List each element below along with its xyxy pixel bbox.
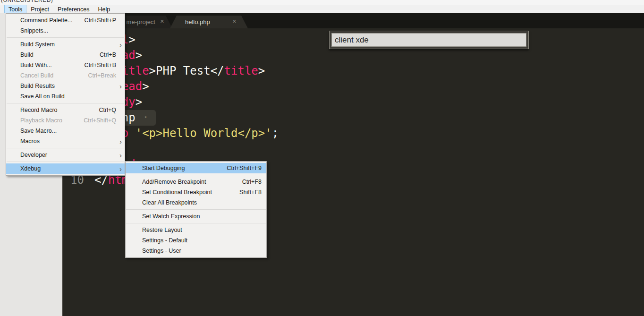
tab-bar: me-project hello.php <box>63 13 644 28</box>
menubar-item-help[interactable]: Help <box>94 5 115 13</box>
menu-item-restore-layout[interactable]: Restore Layout <box>126 225 266 235</box>
quick-panel <box>329 31 529 49</box>
code-token: > <box>149 63 156 79</box>
code-line: 4 </head> <box>63 79 644 94</box>
titlebar-clipped: (UNREGISTERED) <box>0 0 644 5</box>
window-title: (UNREGISTERED) <box>1 0 644 3</box>
code-token <box>128 126 135 141</box>
application-window: (UNREGISTERED) Tools Project Preferences… <box>0 0 644 316</box>
xdebug-submenu: Start DebuggingCtrl+Shift+F9 Add/Remove … <box>125 161 267 258</box>
code-token: '<p>Hello World</p>' <box>136 126 272 141</box>
code-token: > <box>128 32 135 48</box>
menu-separator <box>126 175 266 175</box>
menu-separator <box>7 37 124 38</box>
menu-item-save-all-on-build[interactable]: Save All on Build <box>6 91 125 102</box>
submenu-arrow-icon <box>116 83 122 90</box>
code-token <box>149 111 156 124</box>
code-token: > <box>258 63 265 79</box>
menu-item-add-remove-breakpoint[interactable]: Add/Remove BreakpointCtrl+F8 <box>126 177 266 187</box>
submenu-arrow-icon <box>116 152 122 159</box>
menu-item-command-palette[interactable]: Command Palette...Ctrl+Shift+P <box>6 15 125 26</box>
menu-item-macros[interactable]: Macros <box>6 136 125 146</box>
code-line: 2 <head> <box>63 48 644 63</box>
code-line: 5 <body> <box>63 94 644 110</box>
menu-item-save-macro[interactable]: Save Macro... <box>6 126 125 136</box>
menu-item-record-macro[interactable]: Record MacroCtrl+Q <box>6 105 125 115</box>
menu-item-build[interactable]: BuildCtrl+B <box>6 50 125 60</box>
submenu-arrow-icon <box>116 41 122 48</box>
tab-close-icon[interactable] <box>160 18 164 25</box>
menu-separator <box>7 148 124 148</box>
selection-highlight: hp · <box>122 110 156 126</box>
submenu-arrow-icon <box>116 165 122 172</box>
menu-item-clear-all-breakpoints[interactable]: Clear All Breakpoints <box>126 197 266 208</box>
menu-item-start-debugging[interactable]: Start DebuggingCtrl+Shift+F9 <box>126 163 266 173</box>
menu-item-settings-user[interactable]: Settings - User <box>126 246 266 256</box>
tools-menu: Command Palette...Ctrl+Shift+P Snippets.… <box>6 13 125 176</box>
menu-separator <box>7 103 124 103</box>
code-token: ; <box>272 126 279 141</box>
code-line: 6 <?php · <box>63 110 644 126</box>
code-token: > <box>142 79 149 94</box>
menu-item-set-conditional-breakpoint[interactable]: Set Conditional BreakpointShift+F8 <box>126 187 266 197</box>
menu-item-developer[interactable]: Developer <box>6 150 125 160</box>
tab-hello-php[interactable]: hello.php <box>170 16 248 28</box>
menubar-item-project[interactable]: Project <box>26 5 53 13</box>
quick-panel-input[interactable] <box>331 33 526 47</box>
submenu-arrow-icon <box>116 138 122 145</box>
menu-item-set-watch-expression[interactable]: Set Watch Expression <box>126 211 266 222</box>
menu-item-build-with[interactable]: Build With...Ctrl+Shift+B <box>6 60 125 70</box>
menubar: Tools Project Preferences Help <box>0 5 644 13</box>
menu-item-snippets[interactable]: Snippets... <box>6 26 125 36</box>
code-line: 3 <title>PHP Test</title> <box>63 63 644 79</box>
code-token: > <box>136 48 142 63</box>
code-line: 8 ?> <box>63 141 644 157</box>
menu-item-playback-macro[interactable]: Playback MacroCtrl+Shift+Q <box>6 115 125 126</box>
menu-item-xdebug[interactable]: Xdebug <box>6 163 125 174</box>
tab-close-icon[interactable] <box>232 18 237 25</box>
code-token: > <box>136 94 142 110</box>
menu-item-build-results[interactable]: Build Results <box>6 81 125 91</box>
menu-item-settings-default[interactable]: Settings - Default <box>126 235 266 246</box>
code-token: · <box>136 111 149 124</box>
menubar-item-tools[interactable]: Tools <box>4 5 26 13</box>
menu-item-cancel-build[interactable]: Cancel BuildCtrl+Break <box>6 70 125 81</box>
menubar-item-preferences[interactable]: Preferences <box>53 5 93 13</box>
menu-separator <box>126 209 266 210</box>
menu-separator <box>126 223 266 223</box>
code-token: title <box>224 63 258 79</box>
menu-separator <box>7 162 124 162</box>
code-token: </ <box>211 63 224 79</box>
menu-item-build-system[interactable]: Build System <box>6 39 125 50</box>
code-token: PHP Test <box>156 63 211 79</box>
code-line: 7 echo '<p>Hello World</p>'; <box>63 126 644 141</box>
